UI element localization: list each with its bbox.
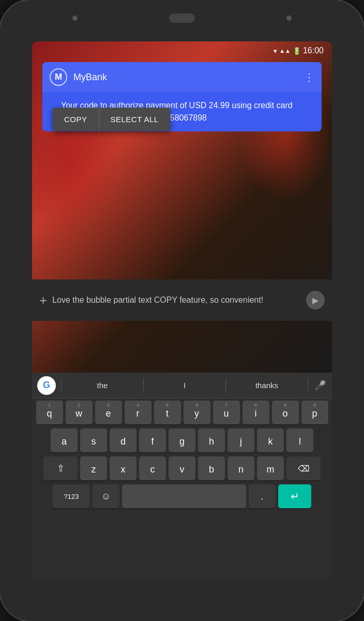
phone-device: ▾ ▲▲ 🔋 16:00 M MyBank ⋮ COPY SELECT ALL (0, 0, 364, 621)
app-icon: M (50, 68, 67, 86)
key-d[interactable]: d (110, 428, 136, 452)
space-key[interactable] (122, 484, 246, 508)
key-row-2: a s d f g h j k l (32, 426, 332, 454)
suggestions-row: G the I thanks 🎤 (32, 373, 332, 398)
enter-key[interactable]: ↵ (278, 484, 311, 508)
key-t[interactable]: 5t (154, 401, 181, 424)
phone-screen: ▾ ▲▲ 🔋 16:00 M MyBank ⋮ COPY SELECT ALL (32, 41, 332, 580)
status-bar: ▾ ▲▲ 🔋 16:00 (32, 41, 332, 60)
numbers-key[interactable]: ?123 (53, 484, 90, 508)
key-h[interactable]: h (198, 428, 225, 452)
emoji-key[interactable]: ☺ (93, 484, 119, 508)
more-options-icon[interactable]: ⋮ (304, 71, 314, 83)
suggestion-i[interactable]: I (144, 373, 225, 398)
shift-key[interactable]: ⇧ (43, 456, 78, 480)
key-r[interactable]: 4r (125, 401, 151, 424)
app-name: MyBank (73, 72, 304, 83)
send-button[interactable]: ▶ (306, 291, 325, 309)
select-all-button[interactable]: SELECT ALL (99, 108, 170, 131)
notification-card: M MyBank ⋮ COPY SELECT ALL Your code to … (42, 62, 322, 131)
key-x[interactable]: x (110, 456, 136, 480)
key-i[interactable]: 8i (242, 401, 269, 424)
attach-button[interactable]: + (39, 292, 47, 308)
compose-area: + Love the bubble partial text COPY feat… (32, 279, 332, 321)
key-g[interactable]: g (169, 428, 195, 452)
key-j[interactable]: j (228, 428, 254, 452)
key-l[interactable]: l (286, 428, 313, 452)
key-f[interactable]: f (139, 428, 166, 452)
key-m[interactable]: m (257, 456, 284, 480)
key-w[interactable]: 2w (66, 401, 93, 424)
mic-button[interactable]: 🎤 (308, 380, 332, 391)
key-row-3: ⇧ z x c v b n m ⌫ (32, 454, 332, 482)
battery-icon: 🔋 (293, 47, 301, 55)
notification-header: M MyBank ⋮ (42, 62, 322, 92)
key-p[interactable]: 0p (301, 401, 328, 424)
copy-button[interactable]: COPY (53, 108, 99, 131)
key-v[interactable]: v (169, 456, 195, 480)
key-k[interactable]: k (257, 428, 284, 452)
suggestion-the[interactable]: the (62, 373, 143, 398)
context-menu: COPY SELECT ALL (53, 108, 170, 131)
key-y[interactable]: 6y (184, 401, 210, 424)
keyboard: G the I thanks 🎤 1q 2w (32, 373, 332, 580)
key-n[interactable]: n (228, 456, 254, 480)
speaker-grille (169, 13, 195, 23)
suggestion-thanks[interactable]: thanks (226, 373, 308, 398)
period-key[interactable]: . (249, 484, 276, 508)
key-a[interactable]: a (51, 428, 78, 452)
send-icon: ▶ (312, 295, 318, 305)
compose-input[interactable]: Love the bubble partial text COPY featur… (52, 294, 301, 306)
sensor (286, 16, 292, 21)
key-row-1: 1q 2w 3e 4r 5t 6y 7u 8i 9o 0p (32, 398, 332, 426)
signal-icon: ▲▲ (279, 48, 291, 54)
key-e[interactable]: 3e (95, 401, 122, 424)
google-logo: G (37, 376, 56, 395)
front-camera (72, 16, 78, 21)
key-c[interactable]: c (139, 456, 166, 480)
key-s[interactable]: s (80, 428, 107, 452)
key-z[interactable]: z (80, 456, 107, 480)
key-o[interactable]: 9o (272, 401, 299, 424)
delete-key[interactable]: ⌫ (286, 456, 321, 480)
key-row-4: ?123 ☺ . ↵ (32, 482, 332, 510)
key-u[interactable]: 7u (213, 401, 240, 424)
key-b[interactable]: b (198, 456, 225, 480)
wifi-icon: ▾ (274, 47, 277, 55)
time-display: 16:00 (303, 46, 324, 55)
key-q[interactable]: 1q (36, 401, 63, 424)
